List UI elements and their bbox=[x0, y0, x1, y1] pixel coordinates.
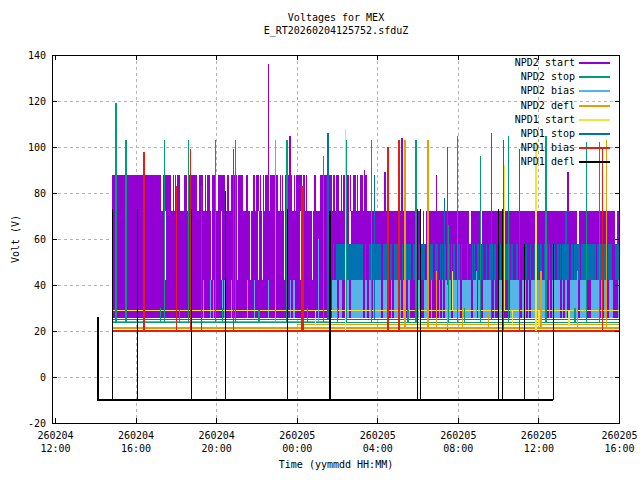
x-tick-label-time: 16:00 bbox=[106, 443, 166, 454]
x-tick-label-date: 260205 bbox=[428, 430, 488, 441]
legend-line-sample bbox=[579, 119, 610, 121]
legend-item: NPD2 defl bbox=[0, 100, 640, 112]
legend-item: NPD1 start bbox=[0, 114, 640, 126]
x-tick-label-date: 260205 bbox=[348, 430, 408, 441]
x-axis-label: Time (yymmdd HH:MM) bbox=[279, 459, 393, 470]
legend-label: NPD1 stop bbox=[521, 128, 575, 139]
y-tick-label: 80 bbox=[6, 188, 46, 199]
x-tick-label-time: 20:00 bbox=[187, 443, 247, 454]
y-tick-label: 120 bbox=[6, 96, 46, 107]
legend-item: NPD1 bias bbox=[0, 142, 640, 154]
chart-title: Voltages for MEX bbox=[288, 12, 384, 23]
y-tick-label: -20 bbox=[6, 418, 46, 429]
legend-label: NPD1 bias bbox=[521, 142, 575, 153]
legend-label: NPD2 defl bbox=[521, 100, 575, 111]
y-tick-label: 20 bbox=[6, 326, 46, 337]
y-tick-label: 60 bbox=[6, 234, 46, 245]
x-tick-label-time: 16:00 bbox=[590, 443, 640, 454]
legend-label: NPD2 start bbox=[515, 57, 575, 68]
legend-item: NPD2 stop bbox=[0, 71, 640, 83]
legend-label: NPD1 start bbox=[515, 114, 575, 125]
x-tick-label-date: 260205 bbox=[267, 430, 327, 441]
legend-item: NPD2 start bbox=[0, 57, 640, 69]
x-tick-label-time: 08:00 bbox=[428, 443, 488, 454]
gnuplot-chart: Voltages for MEX E_RT20260204125752.sfdu… bbox=[0, 0, 640, 480]
y-tick-label: 40 bbox=[6, 280, 46, 291]
legend-label: NPD2 bias bbox=[521, 85, 575, 96]
legend-line-sample bbox=[579, 147, 610, 149]
x-tick-label-time: 12:00 bbox=[26, 443, 86, 454]
legend-item: NPD1 stop bbox=[0, 128, 640, 140]
legend-line-sample bbox=[579, 62, 610, 64]
legend-label: NPD1 defl bbox=[521, 156, 575, 167]
legend-item: NPD2 bias bbox=[0, 85, 640, 97]
x-tick-label-date: 260205 bbox=[509, 430, 569, 441]
x-tick-label-time: 00:00 bbox=[267, 443, 327, 454]
legend-label: NPD2 stop bbox=[521, 71, 575, 82]
legend-line-sample bbox=[579, 161, 610, 163]
y-tick-label: 0 bbox=[6, 372, 46, 383]
legend-line-sample bbox=[579, 105, 610, 107]
y-tick-label: 100 bbox=[6, 142, 46, 153]
chart-subtitle: E_RT20260204125752.sfduZ bbox=[264, 25, 409, 36]
legend-line-sample bbox=[579, 76, 610, 78]
legend-item: NPD1 defl bbox=[0, 156, 640, 168]
x-tick-label-date: 260205 bbox=[590, 430, 640, 441]
legend-line-sample bbox=[579, 133, 610, 135]
x-tick-label-date: 260204 bbox=[26, 430, 86, 441]
y-tick-label: 140 bbox=[6, 50, 46, 61]
x-tick-label-date: 260204 bbox=[187, 430, 247, 441]
x-tick-label-date: 260204 bbox=[106, 430, 166, 441]
legend-line-sample bbox=[579, 90, 610, 92]
x-tick-label-time: 12:00 bbox=[509, 443, 569, 454]
x-tick-label-time: 04:00 bbox=[348, 443, 408, 454]
